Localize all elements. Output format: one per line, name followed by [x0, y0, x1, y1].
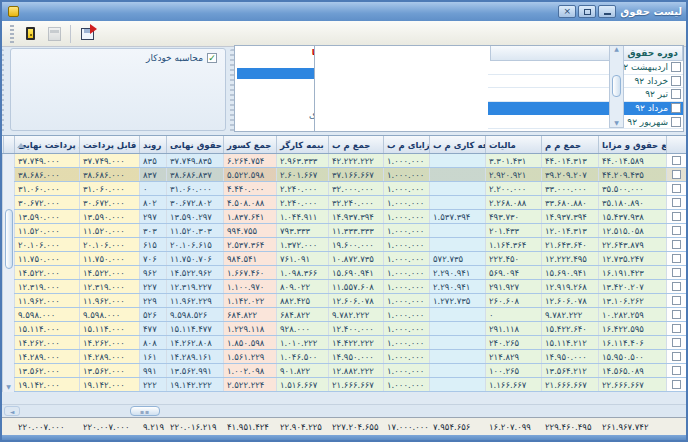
column-header-ravand[interactable]: روند	[139, 136, 166, 153]
panel-grip-right[interactable]	[0, 49, 4, 133]
row-select-checkbox[interactable]	[672, 352, 681, 361]
cell-ravand[interactable]: ۱۶۱	[139, 350, 166, 363]
row-select-checkbox[interactable]	[672, 156, 681, 165]
row-select-cell[interactable]	[666, 308, 686, 321]
cell-maliat[interactable]: ۲.۲۶۸.۰۸۸	[485, 196, 541, 209]
cell-ghabel-pardakht[interactable]: ۱۹.۱۴۲.۰۰۰	[79, 378, 139, 391]
cell-ravand[interactable]: ۹۶۲	[139, 266, 166, 279]
exit-button[interactable]	[19, 24, 41, 44]
cell-ghabel-pardakht-nahayi[interactable]: ۱۹.۱۴۲.۰۰۰	[14, 378, 79, 391]
cell-ravand[interactable]: ۸۳۵	[139, 154, 166, 167]
row-select-checkbox[interactable]	[672, 268, 681, 277]
cell-jam-mm[interactable]: ۱۲.۶۰۶.۰۷۸	[541, 294, 598, 307]
period-checkbox[interactable]	[671, 117, 681, 127]
cell-ezafe-kari[interactable]	[429, 350, 485, 363]
table-row[interactable]: ۱۲.۷۳۵.۲۴۷۱۲.۲۲۲.۴۹۵۲۲۲.۴۵۰۵۷۲.۷۳۵۱.۰۰۰.…	[14, 252, 686, 266]
cell-bime-kargar[interactable]: ۲.۲۴۰.۰۰۰	[276, 196, 328, 209]
cell-ezafe-kari[interactable]	[429, 238, 485, 251]
cell-jam-mb[interactable]: ۴۲.۲۲۲.۲۲۲	[328, 154, 383, 167]
cell-mazaya-mb[interactable]: ۱.۰۰۰.۰۰۰	[383, 154, 429, 167]
cell-ghabel-pardakht-nahayi[interactable]: ۳۷.۷۴۹.۰۰۰	[14, 154, 79, 167]
cell-mazaya-mb[interactable]: ۱.۰۰۰.۰۰۰	[383, 308, 429, 321]
cell-hoghoogh-nahayi[interactable]: ۳۷.۷۴۹.۸۳۵	[166, 154, 223, 167]
cell-ghabel-pardakht-nahayi[interactable]: ۳۰.۶۷۲.۰۰۰	[14, 196, 79, 209]
column-header-jam-mb[interactable]: جمع م ب	[328, 136, 383, 153]
column-header-ghabel-pardakht[interactable]: قابل پرداخت	[79, 136, 139, 153]
cell-ghabel-pardakht[interactable]: ۱۳.۵۶۲.۰۰۰	[79, 364, 139, 377]
row-select-checkbox[interactable]	[672, 198, 681, 207]
period-item[interactable]: خرداد ۹۲	[488, 75, 683, 89]
cell-ravand[interactable]: ۵۲۶	[139, 308, 166, 321]
cell-bime-kargar[interactable]: ۲.۲۴۰.۰۰۰	[276, 182, 328, 195]
cell-jam-mm[interactable]: ۱۲.۰۱۴.۳۱۳	[541, 224, 598, 237]
cell-jam-mb[interactable]: ۱۱.۵۵۷.۶۰۸	[328, 280, 383, 293]
row-select-checkbox[interactable]	[672, 310, 681, 319]
periods-column-header[interactable]: دوره حقوق	[490, 46, 683, 61]
table-row[interactable]: ۱۵.۴۳۷.۹۳۸۱۴.۹۳۷.۳۹۴۴۹۳.۷۳۰۱.۵۳۷.۳۹۴۱.۰۰…	[14, 210, 686, 224]
cell-maliat[interactable]: ۲.۹۲۰.۹۲۱	[485, 168, 541, 181]
row-select-checkbox[interactable]	[672, 380, 681, 389]
cell-jam-mm[interactable]: ۱۵.۱۱۴.۲۱۲	[541, 336, 598, 349]
cell-jam-kosoor[interactable]: ۱.۲۲۹.۱۱۸	[223, 322, 276, 335]
cell-bime-kargar[interactable]: ۱.۰۴۴.۹۱۱	[276, 210, 328, 223]
cell-maliat[interactable]: ۱.۱۶۶.۶۶۷	[485, 378, 541, 391]
column-header-hoghoogh-nahayi[interactable]: حقوق نهایی	[166, 136, 223, 153]
cell-hoghoogh-nahayi[interactable]: ۳۱.۰۶۰.۰۰۰	[166, 182, 223, 195]
cell-jam-kosoor[interactable]: ۶.۲۶۴.۷۵۴	[223, 154, 276, 167]
cell-jam-mb[interactable]: ۳۲.۰۰۰.۰۰۰	[328, 182, 383, 195]
cell-maliat[interactable]: ۲۰۱.۴۳۳	[485, 224, 541, 237]
cell-jam-mm[interactable]: ۱۴.۹۵۰.۰۰۰	[541, 350, 598, 363]
cell-jam-hoghoogh[interactable]: ۱۵.۴۳۷.۹۳۸	[598, 210, 666, 223]
cell-bime-kargar[interactable]: ۱.۳۷۲.۰۰۰	[276, 238, 328, 251]
cell-ravand[interactable]: ۲۲۹	[139, 294, 166, 307]
row-select-cell[interactable]	[666, 224, 686, 237]
row-select-cell[interactable]	[666, 336, 686, 349]
cell-hoghoogh-nahayi[interactable]: ۱۴.۲۶۲.۸۰۸	[166, 336, 223, 349]
cell-mazaya-mb[interactable]: ۱.۰۰۰.۰۰۰	[383, 266, 429, 279]
title-bar[interactable]: × لیست حقوق	[2, 2, 686, 21]
cell-jam-mm[interactable]: ۳۳.۶۸۰.۸۸۰	[541, 196, 598, 209]
cell-ghabel-pardakht[interactable]: ۱۵.۱۱۴.۰۰۰	[79, 322, 139, 335]
cell-ezafe-kari[interactable]	[429, 308, 485, 321]
cell-ezafe-kari[interactable]	[429, 196, 485, 209]
save-export-button[interactable]	[76, 24, 98, 44]
row-select-checkbox[interactable]	[672, 338, 681, 347]
cell-jam-mb[interactable]: ۱۰.۸۷۲.۷۳۵	[328, 252, 383, 265]
cell-hoghoogh-nahayi[interactable]: ۱۵.۱۱۴.۴۷۷	[166, 322, 223, 335]
row-select-checkbox[interactable]	[672, 184, 681, 193]
cell-hoghoogh-nahayi[interactable]: ۱۳.۵۶۲.۹۹۱	[166, 364, 223, 377]
table-row[interactable]: ۲۲.۶۶۶.۶۶۷۲۱.۶۶۶.۶۶۷۱.۱۶۶.۶۶۷۱.۰۰۰.۰۰۰۲۱…	[14, 378, 686, 392]
cell-ghabel-pardakht-nahayi[interactable]: ۱۵.۱۱۴.۰۰۰	[14, 322, 79, 335]
column-header-ezafe-kari[interactable]: اضافه کاری م ب	[429, 136, 485, 153]
cell-jam-mb[interactable]: ۱۹.۶۰۰.۰۰۰	[328, 238, 383, 251]
cell-ravand[interactable]: ۴۷۷	[139, 322, 166, 335]
cell-jam-hoghoogh[interactable]: ۱۰.۲۸۲.۲۵۹	[598, 308, 666, 321]
period-item[interactable]: شهریور ۹۲	[488, 115, 683, 129]
cell-ghabel-pardakht[interactable]: ۹.۵۹۸.۰۰۰	[79, 308, 139, 321]
cell-jam-mb[interactable]: ۳۷.۱۶۶.۶۶۷	[328, 168, 383, 181]
table-row[interactable]: ۲۲.۶۴۳.۸۷۹۲۱.۶۴۳.۶۴۰۱.۱۶۴.۳۶۴۱.۰۰۰.۰۰۰۱۹…	[14, 238, 686, 252]
cell-ravand[interactable]: ۸۰۸	[139, 336, 166, 349]
cell-ravand[interactable]: ۸۳۷	[139, 168, 166, 181]
column-header-jam-kosoor[interactable]: جمع کسور	[223, 136, 276, 153]
cell-jam-hoghoogh[interactable]: ۲۲.۶۴۳.۸۷۹	[598, 238, 666, 251]
cell-jam-kosoor[interactable]: ۱.۸۵۰.۵۹۸	[223, 336, 276, 349]
cell-ghabel-pardakht-nahayi[interactable]: ۹.۵۹۸.۰۰۰	[14, 308, 79, 321]
cell-ghabel-pardakht-nahayi[interactable]: ۳۱.۰۶۰.۰۰۰	[14, 182, 79, 195]
column-header-mazaya-mb[interactable]: مزایای م ب	[383, 136, 429, 153]
auto-calc-checkbox[interactable]: ✓	[207, 53, 217, 63]
column-header-maliat[interactable]: مالیات	[485, 136, 541, 153]
row-select-cell[interactable]	[666, 196, 686, 209]
cell-bime-kargar[interactable]: ۱.۰۴۶.۵۰۰	[276, 350, 328, 363]
cell-maliat[interactable]: ۲۹۱.۹۲۷	[485, 280, 541, 293]
cell-jam-kosoor[interactable]: ۱.۵۶۱.۲۲۹	[223, 350, 276, 363]
row-select-checkbox[interactable]	[672, 296, 681, 305]
cell-bime-kargar[interactable]: ۹۰۱.۸۲۲	[276, 364, 328, 377]
table-row[interactable]: ۴۴.۰۱۴.۵۸۹۴۴.۰۱۴.۳۱۳۳.۳۰۱.۴۳۱۱.۰۰۰.۰۰۰۴۲…	[14, 154, 686, 168]
column-header-bime-kargar[interactable]: بیمه کارگر	[276, 136, 328, 153]
cell-mazaya-mb[interactable]: ۱.۰۰۰.۰۰۰	[383, 252, 429, 265]
cell-ghabel-pardakht[interactable]: ۳۰.۶۷۲.۰۰۰	[79, 196, 139, 209]
period-item[interactable]: تیر ۹۲	[488, 88, 683, 102]
cell-hoghoogh-nahayi[interactable]: ۲۰.۱۰۶.۶۱۵	[166, 238, 223, 251]
cell-ezafe-kari[interactable]: ۲.۲۹۰.۹۴۱	[429, 266, 485, 279]
